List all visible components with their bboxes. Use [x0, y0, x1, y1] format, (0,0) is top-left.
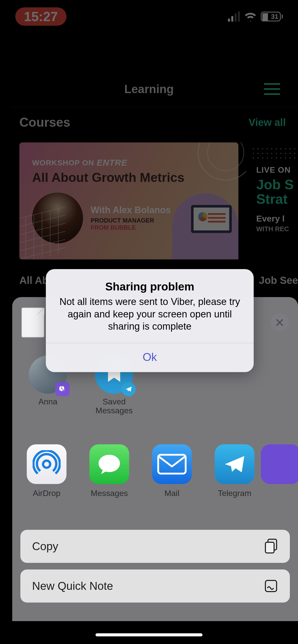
messages-icon [89, 444, 129, 484]
svg-rect-4 [265, 580, 277, 592]
svg-point-0 [43, 461, 50, 468]
svg-rect-1 [158, 455, 186, 474]
app-airdrop[interactable]: AirDrop [25, 444, 68, 498]
close-icon [276, 319, 283, 326]
share-apps-row[interactable]: AirDrop Messages Mail Telegram [12, 435, 298, 524]
mail-icon [152, 444, 192, 484]
file-icon [21, 308, 44, 338]
app-label: Mail [165, 489, 180, 498]
alert-message: Not all items were sent to Viber, please… [59, 296, 241, 333]
app-label: AirDrop [33, 489, 60, 498]
alert-dialog: Sharing problem Not all items were sent … [46, 269, 254, 372]
app-label: Messages [91, 489, 128, 498]
contact-label: Saved Messages [91, 397, 137, 415]
viber-badge-icon [55, 382, 70, 396]
svg-rect-3 [265, 542, 274, 553]
alert-title: Sharing problem [59, 280, 241, 293]
contact-label: Anna [38, 397, 58, 406]
action-label: Copy [32, 540, 58, 553]
action-new-quick-note[interactable]: New Quick Note [20, 569, 290, 603]
airdrop-icon [27, 444, 66, 484]
quick-note-icon [264, 579, 278, 593]
telegram-badge-icon [121, 382, 136, 396]
copy-icon [264, 538, 278, 554]
app-telegram[interactable]: Telegram [213, 444, 256, 498]
share-actions: Copy New Quick Note [12, 524, 298, 603]
alert-ok-button[interactable]: Ok [46, 343, 254, 372]
app-viber-partial[interactable] [276, 444, 286, 484]
app-mail[interactable]: Mail [150, 444, 194, 498]
action-label: New Quick Note [32, 580, 113, 592]
close-button[interactable] [270, 313, 289, 332]
app-messages[interactable]: Messages [88, 444, 131, 498]
telegram-icon [215, 444, 254, 484]
home-indicator[interactable] [96, 633, 202, 636]
action-copy[interactable]: Copy [20, 530, 290, 563]
app-label: Telegram [218, 489, 251, 498]
viber-icon [261, 444, 298, 484]
